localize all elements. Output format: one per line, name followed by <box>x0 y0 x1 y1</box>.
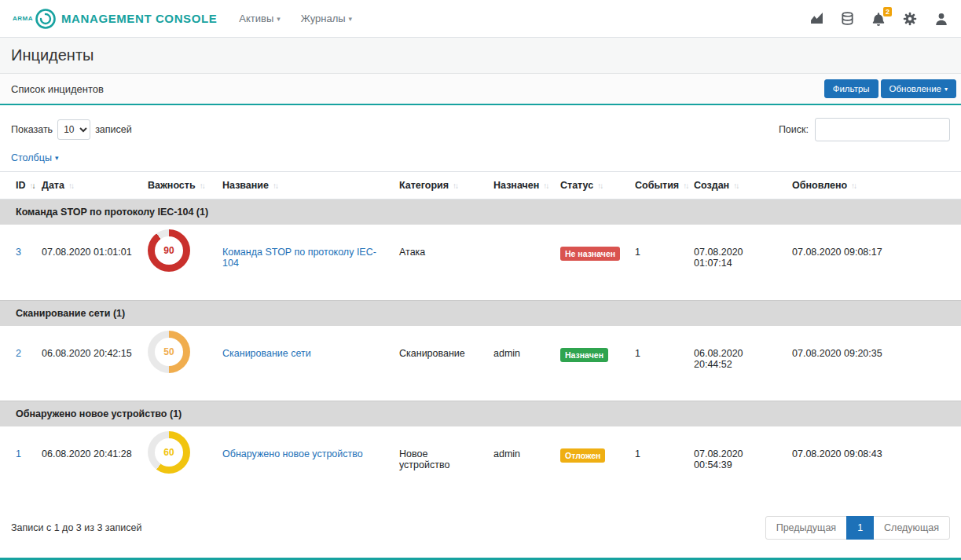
column-header-assignee[interactable]: Назначен↑↓ <box>487 172 554 199</box>
incident-row: 106.08.2020 20:41:2860Обнаружено новое у… <box>0 426 961 502</box>
pagination-next-button[interactable]: Следующая <box>873 516 950 540</box>
incident-name-link[interactable]: Обнаружено новое устройство <box>222 448 363 459</box>
incident-category-cell: Новое устройство <box>393 426 487 502</box>
sort-icon: ↑↓ <box>200 181 204 190</box>
column-header-label: Важность <box>148 180 196 191</box>
incident-id-cell: 2 <box>0 326 35 401</box>
page-title-bar: Инциденты <box>0 38 961 74</box>
filters-button[interactable]: Фильтры <box>824 79 878 98</box>
bell-icon[interactable]: 2 <box>871 12 886 26</box>
sort-icon: ↑↓ <box>273 181 277 190</box>
incident-category-cell: Атака <box>393 225 487 300</box>
charts-icon[interactable] <box>810 12 823 25</box>
column-header-severity[interactable]: Важность↑↓ <box>141 172 216 199</box>
incident-created-cell: 07.08.2020 01:07:14 <box>688 225 786 300</box>
column-header-events[interactable]: События↑↓ <box>629 172 688 199</box>
incident-status-cell: Не назначен <box>554 225 629 300</box>
column-header-label: Категория <box>399 180 449 191</box>
incident-events-cell: 1 <box>629 225 688 300</box>
brand-logo[interactable]: ARMA MANAGEMENT CONSOLE <box>13 8 217 30</box>
incident-created-cell: 07.08.2020 00:54:39 <box>688 426 786 502</box>
incident-status-cell: Отложен <box>554 426 629 502</box>
status-badge: Назначен <box>560 348 608 362</box>
card-buttons: Фильтры Обновление ▾ <box>824 79 956 98</box>
table-body: Команда STOP по протоколу IEC-104 (1)307… <box>0 199 961 503</box>
severity-cell: 60 <box>141 426 216 502</box>
column-header-updated[interactable]: Обновлено↑↓ <box>786 172 961 199</box>
sort-icon: ↑↓ <box>68 181 73 190</box>
table-controls: Показать 10 записей Поиск: <box>0 105 961 141</box>
column-header-label: Дата <box>42 180 64 191</box>
incident-group-row: Обнаружено новое устройство (1) <box>0 401 961 427</box>
caret-down-icon: ▾ <box>349 15 353 23</box>
database-icon[interactable] <box>841 12 854 25</box>
incident-name-cell: Обнаружено новое устройство <box>216 426 393 502</box>
menu-logs[interactable]: Журналы ▾ <box>301 13 352 24</box>
columns-button-label: Столбцы <box>11 152 52 163</box>
severity-cell: 50 <box>141 326 216 401</box>
pagination-page-1-button[interactable]: 1 <box>846 516 874 540</box>
column-header-category[interactable]: Категория↑↓ <box>393 172 487 199</box>
column-header-status[interactable]: Статус↑↓ <box>554 172 629 199</box>
page-title: Инциденты <box>11 46 94 64</box>
records-info: Записи с 1 до 3 из 3 записей <box>11 522 141 533</box>
incident-date-cell: 06.08.2020 20:41:28 <box>35 426 141 502</box>
column-header-label: Статус <box>560 180 593 191</box>
caret-down-icon: ▾ <box>55 154 59 162</box>
pagination-prev-button[interactable]: Предыдущая <box>765 516 847 540</box>
severity-donut: 50 <box>148 331 190 373</box>
column-header-label: Назначен <box>493 180 539 191</box>
caret-down-icon: ▾ <box>944 86 948 93</box>
severity-donut: 90 <box>148 229 190 272</box>
menu-assets[interactable]: Активы ▾ <box>239 13 281 24</box>
filters-button-label: Фильтры <box>833 84 870 93</box>
table-footer: Записи с 1 до 3 из 3 записей Предыдущая … <box>0 502 961 552</box>
page-length-control: Показать 10 записей <box>11 119 132 140</box>
incident-id-link[interactable]: 1 <box>16 448 21 459</box>
arma-logo-icon <box>35 8 57 30</box>
status-badge: Не назначен <box>560 247 620 261</box>
menu-assets-label: Активы <box>239 13 273 24</box>
incident-id-link[interactable]: 2 <box>16 348 21 359</box>
incident-name-link[interactable]: Команда STOP по протоколу IEC-104 <box>222 247 376 269</box>
caret-down-icon: ▾ <box>277 15 281 23</box>
column-header-name[interactable]: Название↑↓ <box>216 172 393 199</box>
search-input[interactable] <box>815 118 950 141</box>
main-menu: Активы ▾ Журналы ▾ <box>239 13 352 24</box>
column-header-label: Создан <box>694 180 729 191</box>
refresh-button[interactable]: Обновление ▾ <box>881 79 956 98</box>
column-header-label: События <box>635 180 679 191</box>
incident-date-cell: 07.08.2020 01:01:01 <box>35 225 141 300</box>
show-label-after: записей <box>95 124 132 135</box>
page-length-select[interactable]: 10 <box>57 119 90 140</box>
pagination: Предыдущая 1 Следующая <box>765 516 950 540</box>
severity-value: 90 <box>155 236 183 265</box>
gear-icon[interactable] <box>903 12 917 26</box>
column-header-label: Обновлено <box>792 180 847 191</box>
incident-name-cell: Сканирование сети <box>216 326 393 401</box>
incident-date-cell: 06.08.2020 20:42:15 <box>35 326 141 401</box>
card-title: Список инцидентов <box>11 83 104 95</box>
severity-value: 60 <box>155 438 183 467</box>
card-header: Список инцидентов Фильтры Обновление ▾ <box>0 74 961 105</box>
incident-group-title: Команда STOP по протоколу IEC-104 (1) <box>0 199 961 225</box>
column-header-date[interactable]: Дата↑↓ <box>35 172 141 199</box>
column-header-created[interactable]: Создан↑↓ <box>688 172 786 199</box>
incident-group-row: Команда STOP по протоколу IEC-104 (1) <box>0 199 961 225</box>
table-header-row: ID↑↓Дата↑↓Важность↑↓Название↑↓Категория↑… <box>0 172 961 199</box>
column-header-label: Название <box>222 180 269 191</box>
incident-category-cell: Сканирование <box>393 326 487 401</box>
sort-icon: ↑↓ <box>597 181 602 190</box>
incident-group-row: Сканирование сети (1) <box>0 300 961 326</box>
severity-donut: 60 <box>148 431 190 474</box>
sort-icon: ↑↓ <box>30 181 35 190</box>
incident-name-link[interactable]: Сканирование сети <box>222 348 311 359</box>
column-header-label: ID <box>16 180 26 191</box>
management-console-app: ARMA MANAGEMENT CONSOLE Активы ▾ Журналы… <box>0 0 961 560</box>
user-icon[interactable] <box>934 12 948 26</box>
sort-icon: ↑↓ <box>733 181 738 190</box>
column-header-id[interactable]: ID↑↓ <box>0 172 35 199</box>
columns-button[interactable]: Столбцы ▾ <box>0 141 69 167</box>
incident-id-link[interactable]: 3 <box>16 247 21 258</box>
incidents-card: Список инцидентов Фильтры Обновление ▾ П… <box>0 74 961 552</box>
